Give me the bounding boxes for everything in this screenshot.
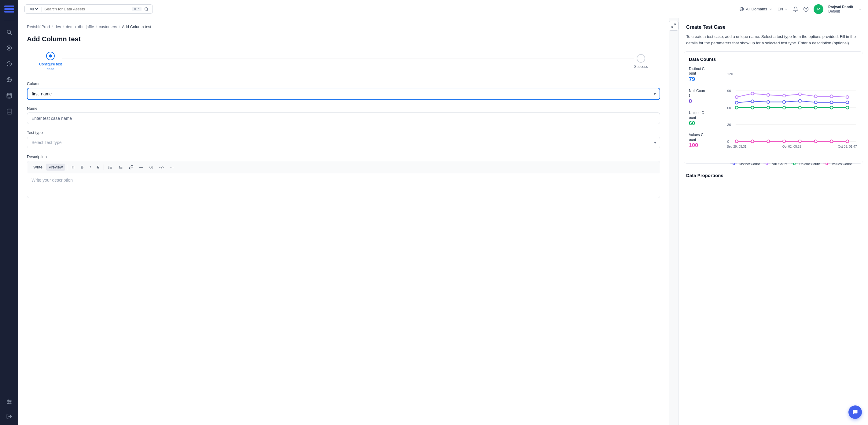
search-bar[interactable]: All ⌘ K — [25, 4, 153, 14]
svg-text:60: 60 — [727, 106, 731, 110]
bold-btn[interactable]: B — [78, 163, 86, 171]
column-field-group: Column first_name ▾ — [27, 81, 660, 100]
panel-toggle-btn[interactable] — [669, 21, 679, 31]
language-selector[interactable]: EN — [778, 7, 788, 11]
svg-rect-1 — [4, 8, 14, 10]
metric-null-count: Null Count 0 — [689, 89, 719, 104]
step-line — [62, 58, 634, 58]
code-btn[interactable]: </> — [157, 164, 166, 170]
user-chevron-icon[interactable] — [858, 7, 862, 11]
name-input[interactable] — [27, 113, 660, 124]
breadcrumb-item-0[interactable]: RedshiftProd — [27, 25, 50, 29]
svg-point-78 — [751, 140, 754, 143]
svg-text:90: 90 — [727, 89, 731, 93]
right-panel-description: To create a test case, add a unique name… — [679, 34, 868, 51]
page-title: Add Column test — [27, 35, 660, 43]
toolbar-sep-2 — [103, 164, 104, 170]
italic-btn[interactable]: I — [87, 163, 93, 171]
svg-line-26 — [147, 10, 149, 11]
heading-btn[interactable]: H — [69, 163, 77, 171]
search-input[interactable] — [44, 7, 129, 11]
svg-point-66 — [814, 101, 817, 104]
link-btn[interactable] — [127, 164, 136, 171]
svg-point-93 — [794, 163, 795, 165]
legend-values: Values Count — [824, 162, 851, 166]
svg-point-57 — [799, 93, 801, 95]
breadcrumb-item-2[interactable]: demo_dbt_jaffle — [66, 25, 94, 29]
breadcrumb-item-3[interactable]: customers — [99, 25, 117, 29]
preview-tab[interactable]: Preview — [46, 163, 65, 171]
breadcrumb-current: Add Column test — [122, 25, 151, 29]
search-separator — [41, 7, 42, 11]
svg-point-83 — [830, 140, 833, 143]
metric-unique-value: 60 — [689, 120, 719, 127]
svg-point-17 — [10, 401, 11, 402]
logout-sidebar-icon[interactable] — [4, 412, 14, 421]
chat-bubble[interactable] — [848, 405, 862, 419]
main-area: All ⌘ K All Domains EN P P — [18, 0, 868, 425]
step-1-circle — [46, 52, 55, 60]
search-icon — [144, 7, 149, 11]
data-counts-chart: 120 90 60 30 0 — [724, 67, 858, 158]
test-type-select[interactable]: Select Test type — [27, 137, 660, 148]
breadcrumb: RedshiftProd / dev / demo_dbt_jaffle / c… — [27, 25, 660, 29]
svg-point-67 — [830, 101, 833, 104]
database-sidebar-icon[interactable] — [4, 91, 14, 100]
bullet-list-btn[interactable] — [106, 164, 115, 171]
domain-selector[interactable]: All Domains — [739, 7, 773, 11]
svg-point-75 — [830, 106, 833, 109]
breadcrumb-item-1[interactable]: dev — [55, 25, 61, 29]
help-icon[interactable] — [803, 6, 809, 12]
quote-btn[interactable]: 66 — [147, 164, 156, 170]
search-type-select[interactable]: All — [28, 6, 39, 11]
user-role: Default — [828, 9, 853, 13]
strikethrough-btn[interactable]: S̶ — [94, 163, 102, 171]
globe-sidebar-icon[interactable] — [4, 75, 14, 85]
svg-point-80 — [783, 140, 785, 143]
svg-point-84 — [846, 140, 849, 143]
svg-point-37 — [108, 168, 109, 169]
column-select[interactable]: first_name — [28, 88, 659, 99]
column-select-wrapper: first_name ▾ — [27, 88, 660, 100]
svg-text:120: 120 — [727, 72, 733, 76]
column-label: Column — [27, 81, 660, 86]
book-sidebar-icon[interactable] — [4, 107, 14, 117]
write-tab[interactable]: Write — [31, 163, 45, 171]
user-info[interactable]: Prajwal Pandit Default — [828, 5, 853, 13]
svg-point-82 — [814, 140, 817, 143]
topnav-right: All Domains EN P Prajwal Pandit Default — [739, 4, 862, 14]
divider-btn[interactable]: — — [137, 163, 146, 171]
user-name: Prajwal Pandit — [828, 5, 853, 9]
name-label: Name — [27, 106, 660, 111]
chevron-down-icon — [769, 7, 773, 11]
metric-distinct-value: 79 — [689, 76, 719, 83]
data-counts-card: Data Counts Distinct Count 79 Null Count… — [684, 51, 863, 163]
chat-icon — [852, 409, 858, 415]
ordered-list-btn[interactable] — [116, 164, 125, 171]
notification-icon[interactable] — [793, 6, 798, 12]
more-btn[interactable]: ··· — [168, 163, 176, 171]
explore-sidebar-icon[interactable] — [4, 43, 14, 53]
metric-unique-count: Unique Count 60 — [689, 111, 719, 127]
avatar[interactable]: P — [814, 4, 824, 14]
app-logo[interactable] — [4, 4, 15, 15]
domain-label: All Domains — [746, 7, 767, 11]
data-counts-layout: Distinct Count 79 Null Count 0 Unique Co… — [689, 67, 858, 158]
filter-sidebar-icon[interactable] — [4, 397, 14, 407]
description-body[interactable]: Write your description — [27, 173, 660, 198]
name-field-group: Name — [27, 106, 660, 124]
description-editor: Write Preview H B I S̶ — [27, 161, 660, 198]
expand-icon — [671, 23, 676, 28]
svg-point-6 — [8, 48, 10, 49]
svg-point-64 — [783, 100, 785, 103]
metric-values-value: 100 — [689, 142, 719, 149]
svg-point-14 — [8, 400, 8, 400]
stepper: Configure testcase Success — [27, 52, 660, 71]
metric-null-label: Null Count — [689, 89, 719, 98]
insights-sidebar-icon[interactable] — [4, 59, 14, 69]
content-layout: RedshiftProd / dev / demo_dbt_jaffle / c… — [18, 18, 868, 425]
right-panel: Create Test Case To create a test case, … — [679, 18, 868, 425]
step-1-label: Configure testcase — [39, 62, 62, 71]
chart-area: 120 90 60 30 0 — [724, 67, 858, 158]
search-sidebar-icon[interactable] — [4, 27, 14, 37]
